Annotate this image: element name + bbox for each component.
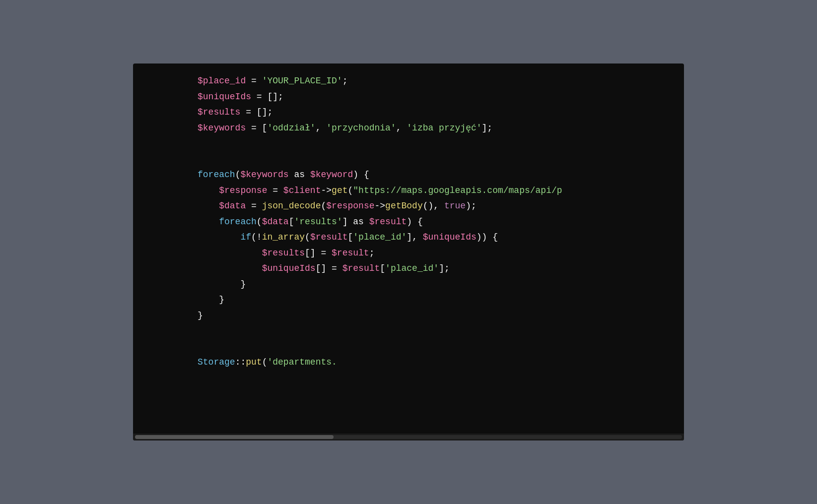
code-content: $place_id = 'YOUR_PLACE_ID' ; $uniqueIds… bbox=[133, 63, 684, 434]
code-token: ; bbox=[342, 73, 348, 89]
code-token: [] = bbox=[316, 261, 342, 277]
code-token: 'place_id' bbox=[353, 230, 407, 246]
code-token: $data bbox=[262, 214, 289, 230]
code-line: $uniqueIds = []; bbox=[198, 89, 684, 105]
code-token: get bbox=[332, 183, 347, 199]
code-token: $keyword bbox=[310, 167, 353, 183]
code-token: ) { bbox=[353, 167, 369, 183]
code-line: Storage :: put ( 'departments. bbox=[198, 355, 684, 371]
code-token: ( bbox=[262, 355, 268, 371]
code-token: Storage bbox=[198, 355, 235, 371]
code-token: } bbox=[198, 292, 224, 308]
code-token: , bbox=[316, 121, 327, 136]
code-token: ] as bbox=[342, 214, 369, 230]
code-token: = []; bbox=[251, 89, 283, 105]
scrollbar-thumb[interactable] bbox=[135, 435, 334, 439]
code-line: } bbox=[198, 308, 684, 324]
code-token: true bbox=[444, 198, 466, 214]
code-token: ], bbox=[407, 230, 422, 246]
code-token: 'przychodnia' bbox=[326, 121, 396, 136]
code-token: $keywords bbox=[240, 167, 288, 183]
code-token: $place_id bbox=[198, 73, 246, 89]
code-token: ( bbox=[235, 167, 241, 183]
code-line: $results = []; bbox=[198, 105, 684, 121]
code-editor: $place_id = 'YOUR_PLACE_ID' ; $uniqueIds… bbox=[133, 63, 684, 441]
code-line: foreach ( $data [ 'results' ] as $result… bbox=[198, 214, 684, 230]
code-token: $result bbox=[369, 214, 407, 230]
code-token: (), bbox=[423, 198, 444, 214]
code-token: $result bbox=[310, 230, 348, 246]
code-token: } bbox=[198, 308, 203, 324]
code-token: = bbox=[267, 183, 283, 199]
code-token: $keywords bbox=[198, 121, 246, 136]
code-token: ]; bbox=[439, 261, 450, 277]
code-token: 'results' bbox=[294, 214, 342, 230]
code-token: put bbox=[246, 355, 262, 371]
code-token: ) { bbox=[407, 214, 422, 230]
code-token: in_array bbox=[262, 230, 305, 246]
code-token: as bbox=[289, 167, 310, 183]
code-token: 'izba przyjęć' bbox=[407, 121, 481, 136]
code-token: ; bbox=[369, 246, 375, 261]
code-token bbox=[198, 214, 219, 230]
code-token: ( bbox=[347, 183, 353, 199]
code-token: foreach bbox=[219, 214, 257, 230]
code-token: :: bbox=[235, 355, 246, 371]
code-token: $data bbox=[219, 198, 246, 214]
code-line: $keywords = [ 'oddział' , 'przychodnia' … bbox=[198, 121, 684, 136]
code-token: ( bbox=[321, 198, 326, 214]
code-token: ( bbox=[257, 214, 262, 230]
code-token: 'YOUR_PLACE_ID' bbox=[262, 73, 342, 89]
code-token bbox=[198, 261, 262, 277]
scrollbar-track bbox=[135, 435, 682, 439]
code-token: = bbox=[246, 73, 262, 89]
code-token: $response bbox=[326, 198, 374, 214]
code-token: ); bbox=[466, 198, 477, 214]
code-token: -> bbox=[375, 198, 386, 214]
code-token: if bbox=[240, 230, 251, 246]
code-token: [ bbox=[380, 261, 385, 277]
code-token: $uniqueIds bbox=[262, 261, 316, 277]
code-line: if (! in_array ( $result [ 'place_id' ],… bbox=[198, 230, 684, 246]
code-token: [ bbox=[348, 230, 353, 246]
code-line: $response = $client -> get ( "https://ma… bbox=[198, 183, 684, 199]
code-line bbox=[198, 339, 684, 355]
code-token: [ bbox=[289, 214, 294, 230]
code-line: $uniqueIds [] = $result [ 'place_id' ]; bbox=[198, 261, 684, 277]
code-token: 'place_id' bbox=[385, 261, 439, 277]
code-line: $place_id = 'YOUR_PLACE_ID' ; bbox=[198, 73, 684, 89]
code-token: $response bbox=[219, 183, 267, 199]
code-token: foreach bbox=[198, 167, 235, 183]
code-token bbox=[198, 198, 219, 214]
code-token: -> bbox=[321, 183, 332, 199]
code-token: } bbox=[198, 277, 246, 293]
code-line: } bbox=[198, 277, 684, 293]
code-token: $uniqueIds bbox=[423, 230, 477, 246]
code-line bbox=[198, 152, 684, 168]
code-token: ]; bbox=[482, 121, 493, 136]
code-token: 'departments. bbox=[267, 355, 337, 371]
code-token: , bbox=[396, 121, 407, 136]
code-line: $data = json_decode ( $response -> getBo… bbox=[198, 198, 684, 214]
code-token bbox=[198, 183, 219, 199]
horizontal-scrollbar[interactable] bbox=[133, 434, 684, 441]
code-line: foreach ( $keywords as $keyword ) { bbox=[198, 167, 684, 183]
code-token: = [ bbox=[246, 121, 267, 136]
code-token: getBody bbox=[385, 198, 423, 214]
code-token: $result bbox=[332, 246, 369, 261]
code-token: json_decode bbox=[262, 198, 321, 214]
code-token: "https://maps.googleapis.com/maps/api/p bbox=[353, 183, 562, 199]
code-token: $result bbox=[342, 261, 380, 277]
code-token: $results bbox=[198, 105, 240, 121]
code-token: 'oddział' bbox=[267, 121, 315, 136]
code-token bbox=[198, 246, 262, 261]
code-token: = bbox=[246, 198, 262, 214]
code-token: $uniqueIds bbox=[198, 89, 251, 105]
code-line: $results [] = $result ; bbox=[198, 246, 684, 261]
code-token: = []; bbox=[240, 105, 272, 121]
code-token: ( bbox=[305, 230, 310, 246]
code-token: [] = bbox=[305, 246, 332, 261]
code-line bbox=[198, 323, 684, 339]
code-token bbox=[198, 230, 240, 246]
code-token: )) { bbox=[477, 230, 498, 246]
